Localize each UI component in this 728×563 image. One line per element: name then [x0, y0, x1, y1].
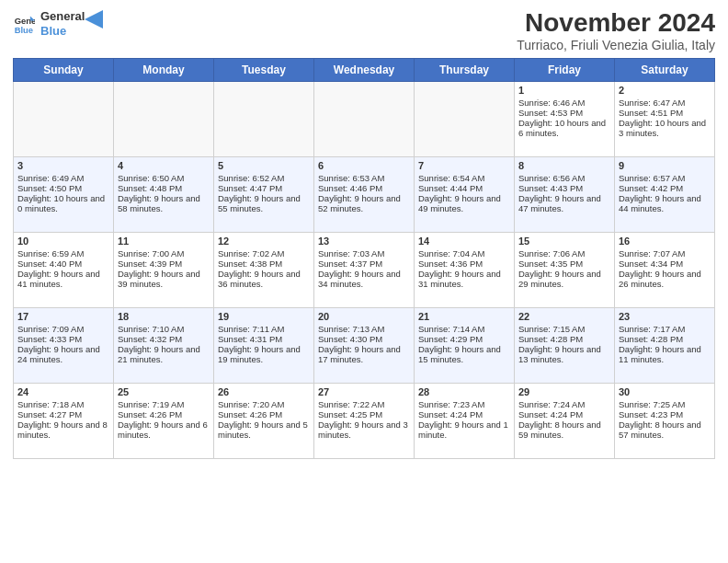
sunset-info: Sunset: 4:26 PM	[218, 409, 310, 419]
daylight-hours: Daylight: 9 hours and 31 minutes.	[418, 269, 510, 289]
sunset-info: Sunset: 4:42 PM	[619, 183, 711, 193]
table-row: 6Sunrise: 6:53 AMSunset: 4:46 PMDaylight…	[314, 156, 415, 232]
sunset-info: Sunset: 4:46 PM	[318, 183, 410, 193]
daylight-hours: Daylight: 9 hours and 5 minutes.	[218, 419, 310, 440]
logo-general: General	[40, 9, 85, 24]
table-row: 4Sunrise: 6:50 AMSunset: 4:48 PMDaylight…	[114, 156, 214, 232]
table-row: 8Sunrise: 6:56 AMSunset: 4:43 PMDaylight…	[515, 156, 615, 232]
table-row	[214, 81, 314, 156]
sunrise-info: Sunrise: 6:49 AM	[17, 173, 109, 183]
sunset-info: Sunset: 4:35 PM	[518, 259, 610, 269]
daylight-hours: Daylight: 9 hours and 11 minutes.	[619, 344, 711, 364]
sunset-info: Sunset: 4:33 PM	[17, 334, 109, 344]
sunrise-info: Sunrise: 6:53 AM	[318, 173, 410, 183]
daylight-hours: Daylight: 10 hours and 3 minutes.	[619, 118, 711, 138]
sunset-info: Sunset: 4:51 PM	[619, 108, 711, 118]
sunset-info: Sunset: 4:24 PM	[418, 409, 510, 419]
table-row	[415, 81, 515, 156]
sunrise-info: Sunrise: 7:09 AM	[17, 324, 109, 334]
sunset-info: Sunset: 4:38 PM	[218, 259, 310, 269]
sunrise-info: Sunrise: 7:18 AM	[17, 399, 109, 409]
table-row: 26Sunrise: 7:20 AMSunset: 4:26 PMDayligh…	[214, 383, 314, 458]
col-saturday: Saturday	[615, 58, 715, 81]
sunset-info: Sunset: 4:47 PM	[218, 183, 310, 193]
daylight-hours: Daylight: 9 hours and 52 minutes.	[318, 193, 410, 213]
col-tuesday: Tuesday	[214, 58, 314, 81]
sunset-info: Sunset: 4:28 PM	[619, 334, 711, 344]
table-row: 14Sunrise: 7:04 AMSunset: 4:36 PMDayligh…	[415, 232, 515, 307]
table-row	[114, 81, 214, 156]
daylight-hours: Daylight: 9 hours and 26 minutes.	[619, 269, 711, 289]
sunset-info: Sunset: 4:26 PM	[118, 409, 210, 419]
daylight-hours: Daylight: 8 hours and 57 minutes.	[619, 419, 711, 440]
table-row: 18Sunrise: 7:10 AMSunset: 4:32 PMDayligh…	[114, 307, 214, 383]
logo-blue: Blue	[40, 24, 85, 39]
sunset-info: Sunset: 4:37 PM	[318, 259, 410, 269]
daylight-hours: Daylight: 9 hours and 1 minute.	[418, 419, 510, 440]
daylight-hours: Daylight: 10 hours and 0 minutes.	[17, 193, 109, 213]
table-row: 21Sunrise: 7:14 AMSunset: 4:29 PMDayligh…	[415, 307, 515, 383]
sunrise-info: Sunrise: 7:15 AM	[518, 324, 610, 334]
table-row: 7Sunrise: 6:54 AMSunset: 4:44 PMDaylight…	[415, 156, 515, 232]
daylight-hours: Daylight: 9 hours and 3 minutes.	[318, 419, 410, 440]
sunset-info: Sunset: 4:39 PM	[118, 259, 210, 269]
logo: General Blue General Blue	[13, 9, 103, 38]
sunrise-info: Sunrise: 6:50 AM	[118, 173, 210, 183]
daylight-hours: Daylight: 9 hours and 6 minutes.	[118, 419, 210, 440]
table-row: 23Sunrise: 7:17 AMSunset: 4:28 PMDayligh…	[615, 307, 715, 383]
sunrise-info: Sunrise: 6:52 AM	[218, 173, 310, 183]
col-wednesday: Wednesday	[314, 58, 415, 81]
table-row: 29Sunrise: 7:24 AMSunset: 4:24 PMDayligh…	[515, 383, 615, 458]
table-row: 1Sunrise: 6:46 AMSunset: 4:53 PMDaylight…	[515, 81, 615, 156]
sunrise-info: Sunrise: 7:17 AM	[619, 324, 711, 334]
col-thursday: Thursday	[415, 58, 515, 81]
daylight-hours: Daylight: 9 hours and 47 minutes.	[518, 193, 610, 213]
sunset-info: Sunset: 4:31 PM	[218, 334, 310, 344]
sunset-info: Sunset: 4:24 PM	[518, 409, 610, 419]
table-row: 11Sunrise: 7:00 AMSunset: 4:39 PMDayligh…	[114, 232, 214, 307]
table-row: 17Sunrise: 7:09 AMSunset: 4:33 PMDayligh…	[14, 307, 114, 383]
col-monday: Monday	[114, 58, 214, 81]
table-row: 12Sunrise: 7:02 AMSunset: 4:38 PMDayligh…	[214, 232, 314, 307]
sunset-info: Sunset: 4:48 PM	[118, 183, 210, 193]
daylight-hours: Daylight: 9 hours and 49 minutes.	[418, 193, 510, 213]
sunrise-info: Sunrise: 6:57 AM	[619, 173, 711, 183]
daylight-hours: Daylight: 9 hours and 17 minutes.	[318, 344, 410, 364]
daylight-hours: Daylight: 9 hours and 41 minutes.	[17, 269, 109, 289]
sunrise-info: Sunrise: 7:14 AM	[418, 324, 510, 334]
daylight-hours: Daylight: 9 hours and 24 minutes.	[17, 344, 109, 364]
table-row: 10Sunrise: 6:59 AMSunset: 4:40 PMDayligh…	[14, 232, 114, 307]
table-row: 5Sunrise: 6:52 AMSunset: 4:47 PMDaylight…	[214, 156, 314, 232]
page-subtitle: Turriaco, Friuli Venezia Giulia, Italy	[517, 38, 715, 52]
sunrise-info: Sunrise: 7:02 AM	[218, 248, 310, 259]
header: General Blue General Blue November 2024 …	[13, 9, 715, 52]
table-row: 19Sunrise: 7:11 AMSunset: 4:31 PMDayligh…	[214, 307, 314, 383]
col-sunday: Sunday	[14, 58, 114, 81]
sunset-info: Sunset: 4:28 PM	[518, 334, 610, 344]
col-friday: Friday	[515, 58, 615, 81]
daylight-hours: Daylight: 10 hours and 6 minutes.	[518, 118, 610, 138]
daylight-hours: Daylight: 9 hours and 55 minutes.	[218, 193, 310, 213]
sunrise-info: Sunrise: 7:24 AM	[518, 399, 610, 409]
logo-icon: General Blue	[13, 13, 35, 35]
table-row: 30Sunrise: 7:25 AMSunset: 4:23 PMDayligh…	[615, 383, 715, 458]
svg-marker-3	[85, 10, 103, 29]
sunset-info: Sunset: 4:23 PM	[619, 409, 711, 419]
table-row: 24Sunrise: 7:18 AMSunset: 4:27 PMDayligh…	[14, 383, 114, 458]
daylight-hours: Daylight: 9 hours and 13 minutes.	[518, 344, 610, 364]
table-row: 20Sunrise: 7:13 AMSunset: 4:30 PMDayligh…	[314, 307, 415, 383]
daylight-hours: Daylight: 8 hours and 59 minutes.	[518, 419, 610, 440]
sunset-info: Sunset: 4:36 PM	[418, 259, 510, 269]
sunrise-info: Sunrise: 7:25 AM	[619, 399, 711, 409]
daylight-hours: Daylight: 9 hours and 39 minutes.	[118, 269, 210, 289]
sunrise-info: Sunrise: 6:54 AM	[418, 173, 510, 183]
sunset-info: Sunset: 4:30 PM	[318, 334, 410, 344]
table-row: 16Sunrise: 7:07 AMSunset: 4:34 PMDayligh…	[615, 232, 715, 307]
logo-arrow-icon	[85, 10, 103, 29]
table-row	[314, 81, 415, 156]
title-block: November 2024 Turriaco, Friuli Venezia G…	[517, 9, 715, 52]
sunrise-info: Sunrise: 7:07 AM	[619, 248, 711, 259]
page-title: November 2024	[517, 9, 715, 38]
sunrise-info: Sunrise: 7:00 AM	[118, 248, 210, 259]
daylight-hours: Daylight: 9 hours and 15 minutes.	[418, 344, 510, 364]
